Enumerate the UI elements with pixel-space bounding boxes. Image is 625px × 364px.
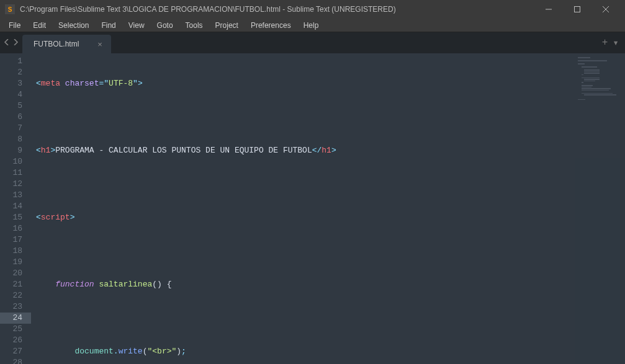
line-number: 18 [2,246,22,257]
tab-overflow-icon[interactable]: ▾ [613,37,619,49]
line-number: 26 [2,335,22,346]
window-title: C:\Program Files\Sublime Text 3\LOGICA D… [20,5,534,14]
menu-find[interactable]: Find [95,20,122,31]
line-number: 10 [2,156,22,167]
line-number: 14 [2,201,22,212]
close-button[interactable] [591,0,620,19]
maximize-button[interactable] [563,0,591,19]
line-number: 7 [2,123,22,134]
line-number: 2 [2,67,22,78]
line-number: 19 [2,257,22,268]
line-number: 28 [2,357,22,364]
line-number: 20 [2,268,22,279]
line-number: 22 [2,290,22,301]
menubar: File Edit Selection Find View Goto Tools… [0,19,625,32]
tab-futbol[interactable]: FUTBOL.html × [22,35,111,53]
new-tab-button[interactable]: + [602,37,608,48]
line-number: 6 [2,112,22,123]
svg-rect-1 [575,7,580,12]
tab-label: FUTBOL.html [34,40,79,48]
menu-selection[interactable]: Selection [52,20,95,31]
gutter: 1234567891011121314151617181920212223242… [0,53,31,364]
menu-project[interactable]: Project [209,20,245,31]
code-area[interactable]: <meta charset="UTF-8"> <h1>PROGRAMA - CA… [31,53,575,364]
menu-help[interactable]: Help [297,20,325,31]
line-number: 17 [2,234,22,246]
line-number: 8 [2,134,22,145]
line-number: 9 [2,145,22,156]
line-number: 13 [2,190,22,201]
line-number: 21 [2,279,22,290]
line-number: 4 [2,89,22,100]
line-number: 24 [0,313,31,324]
minimize-button[interactable] [534,0,563,19]
titlebar: S C:\Program Files\Sublime Text 3\LOGICA… [0,0,625,19]
tabbar: FUTBOL.html × + ▾ [0,32,625,53]
line-number: 5 [2,100,22,112]
menu-file[interactable]: File [2,20,27,31]
line-number: 23 [2,301,22,313]
line-number: 1 [2,56,22,67]
nav-back-icon[interactable] [4,37,10,48]
menu-goto[interactable]: Goto [151,20,179,31]
menu-edit[interactable]: Edit [27,20,52,31]
line-number: 16 [2,223,22,234]
line-number: 25 [2,324,22,335]
line-number: 27 [2,346,22,357]
line-number: 15 [2,212,22,223]
nav-forward-icon[interactable] [12,37,19,48]
app-icon: S [5,4,15,14]
minimap[interactable] [575,53,625,364]
line-number: 3 [2,78,22,89]
editor: 1234567891011121314151617181920212223242… [0,53,625,364]
menu-preferences[interactable]: Preferences [245,20,297,31]
menu-view[interactable]: View [122,20,151,31]
menu-tools[interactable]: Tools [179,20,209,31]
line-number: 12 [2,179,22,190]
tab-close-icon[interactable]: × [97,40,102,49]
line-number: 11 [2,167,22,179]
